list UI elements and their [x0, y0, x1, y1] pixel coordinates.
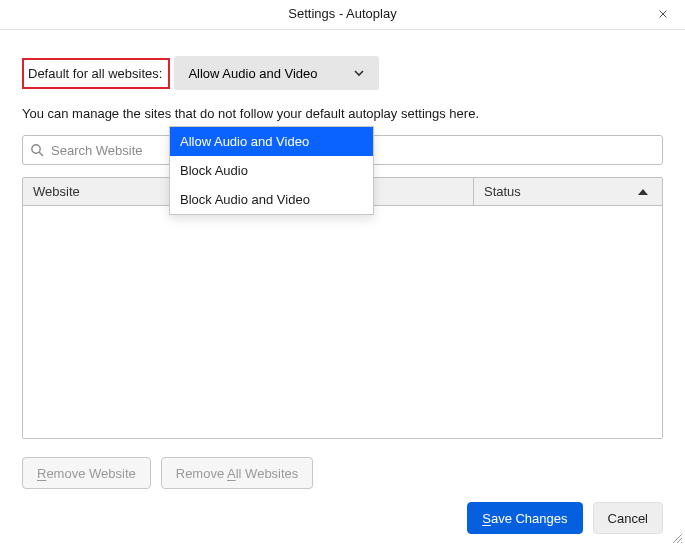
- content-area: Default for all websites: Allow Audio an…: [0, 30, 685, 489]
- table-body: [23, 206, 662, 438]
- default-row: Default for all websites: Allow Audio an…: [22, 56, 663, 90]
- svg-point-2: [32, 145, 40, 153]
- window-title: Settings - Autoplay: [288, 6, 396, 21]
- titlebar: Settings - Autoplay: [0, 0, 685, 30]
- default-label-highlight: Default for all websites:: [22, 58, 170, 89]
- remove-all-websites-button[interactable]: Remove All Websites: [161, 457, 314, 489]
- default-dropdown-value: Allow Audio and Video: [188, 66, 317, 81]
- sort-ascending-icon: [638, 189, 648, 195]
- resize-grip-icon[interactable]: [671, 532, 683, 544]
- save-changes-button[interactable]: Save Changes: [467, 502, 582, 534]
- svg-line-3: [39, 152, 43, 156]
- website-table: Website Status: [22, 177, 663, 439]
- close-button[interactable]: [653, 4, 673, 24]
- dropdown-option-block-audio-video[interactable]: Block Audio and Video: [170, 185, 373, 214]
- dropdown-option-allow-audio-video[interactable]: Allow Audio and Video: [170, 127, 373, 156]
- chevron-down-icon: [353, 67, 365, 79]
- close-icon: [659, 7, 667, 21]
- search-icon: [30, 143, 44, 157]
- remove-website-button[interactable]: Remove Website: [22, 457, 151, 489]
- svg-line-4: [673, 534, 682, 543]
- row-actions: Remove Website Remove All Websites: [22, 457, 663, 489]
- dialog-footer: Save Changes Cancel: [467, 502, 663, 534]
- help-text: You can manage the sites that do not fol…: [22, 106, 663, 121]
- default-label: Default for all websites:: [28, 66, 162, 81]
- dropdown-option-block-audio[interactable]: Block Audio: [170, 156, 373, 185]
- cancel-button[interactable]: Cancel: [593, 502, 663, 534]
- column-header-status[interactable]: Status: [474, 178, 662, 205]
- default-dropdown-popup[interactable]: Allow Audio and Video Block Audio Block …: [169, 126, 374, 215]
- default-dropdown[interactable]: Allow Audio and Video: [174, 56, 379, 90]
- svg-line-6: [681, 542, 682, 543]
